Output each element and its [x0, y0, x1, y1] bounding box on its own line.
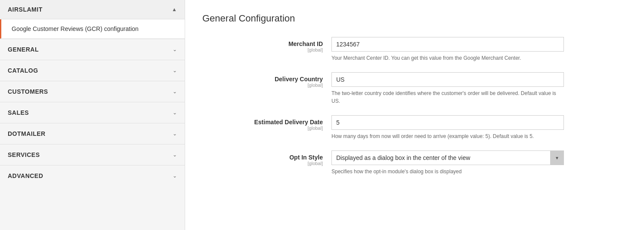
sidebar: AIRSLAMIT ▲ Google Customer Reviews (GCR…: [0, 0, 185, 230]
sidebar-item-label-catalog: CATALOG: [8, 67, 38, 74]
field-help-delivery-country: The two-letter country code identifies w…: [331, 89, 564, 105]
form-row-delivery-country: Delivery Country [global] The two-letter…: [202, 72, 624, 105]
sidebar-item-advanced[interactable]: ADVANCED ⌄: [0, 165, 185, 186]
field-input-col-delivery-country: The two-letter country code identifies w…: [331, 72, 624, 105]
chevron-down-icon: ⌄: [173, 110, 177, 116]
field-label-col-estimated-delivery-date: Estimated Delivery Date [global]: [202, 115, 331, 131]
select-wrapper-opt-in-style: Displayed as a dialog box in the center …: [331, 150, 564, 165]
main-content: General Configuration Merchant ID [globa…: [185, 0, 644, 230]
sidebar-item-dotmailer[interactable]: DOTMAILER ⌄: [0, 123, 185, 144]
field-input-delivery-country[interactable]: [331, 72, 564, 87]
chevron-down-icon: ⌄: [173, 173, 177, 179]
field-input-col-merchant-id: Your Merchant Center ID. You can get thi…: [331, 37, 624, 62]
sidebar-item-sales[interactable]: SALES ⌄: [0, 102, 185, 123]
sidebar-active-item[interactable]: Google Customer Reviews (GCR) configurat…: [0, 19, 185, 39]
form-row-merchant-id: Merchant ID [global] Your Merchant Cente…: [202, 37, 624, 62]
field-label-estimated-delivery-date: Estimated Delivery Date: [202, 119, 323, 126]
sidebar-item-label-general: GENERAL: [8, 46, 39, 53]
field-label-merchant-id: Merchant ID: [202, 40, 323, 47]
field-label-col-opt-in-style: Opt In Style [global]: [202, 150, 331, 166]
field-scope-opt-in-style: [global]: [202, 161, 323, 166]
page-title: General Configuration: [202, 13, 627, 24]
sidebar-item-services[interactable]: SERVICES ⌄: [0, 144, 185, 165]
sidebar-item-label-sales: SALES: [8, 109, 29, 116]
sidebar-item-catalog[interactable]: CATALOG ⌄: [0, 60, 185, 81]
sidebar-item-general[interactable]: GENERAL ⌄: [0, 39, 185, 60]
field-input-col-estimated-delivery-date: How many days from now will order need t…: [331, 115, 624, 140]
chevron-down-icon: ⌄: [173, 67, 177, 74]
sidebar-item-label-advanced: ADVANCED: [8, 172, 43, 179]
chevron-down-icon: ⌄: [173, 152, 177, 158]
sidebar-item-label-dotmailer: DOTMAILER: [8, 130, 46, 137]
sidebar-title: AIRSLAMIT: [8, 6, 43, 13]
sidebar-nav: GENERAL ⌄ CATALOG ⌄ CUSTOMERS ⌄ SALES ⌄ …: [0, 39, 185, 186]
field-scope-estimated-delivery-date: [global]: [202, 126, 323, 131]
sidebar-header[interactable]: AIRSLAMIT ▲: [0, 0, 185, 19]
form-row-opt-in-style: Opt In Style [global] Displayed as a dia…: [202, 150, 624, 175]
form-section: Merchant ID [global] Your Merchant Cente…: [202, 37, 624, 175]
field-input-estimated-delivery-date[interactable]: [331, 115, 564, 130]
field-label-col-delivery-country: Delivery Country [global]: [202, 72, 331, 88]
field-input-col-opt-in-style: Displayed as a dialog box in the center …: [331, 150, 624, 175]
form-row-estimated-delivery-date: Estimated Delivery Date [global] How man…: [202, 115, 624, 140]
field-input-merchant-id[interactable]: [331, 37, 564, 52]
chevron-down-icon: ⌄: [173, 89, 177, 95]
field-help-estimated-delivery-date: How many days from now will order need t…: [331, 132, 564, 140]
field-label-delivery-country: Delivery Country: [202, 76, 323, 83]
sidebar-item-label-services: SERVICES: [8, 151, 40, 158]
field-scope-delivery-country: [global]: [202, 83, 323, 88]
field-select-opt-in-style[interactable]: Displayed as a dialog box in the center …: [331, 150, 564, 165]
field-help-merchant-id: Your Merchant Center ID. You can get thi…: [331, 54, 564, 62]
chevron-down-icon: ⌄: [173, 131, 177, 137]
chevron-up-icon: ▲: [172, 6, 177, 12]
field-help-opt-in-style: Specifies how the opt-in module's dialog…: [331, 168, 564, 175]
chevron-down-icon: ⌄: [173, 46, 177, 52]
sidebar-item-customers[interactable]: CUSTOMERS ⌄: [0, 81, 185, 102]
field-label-col-merchant-id: Merchant ID [global]: [202, 37, 331, 52]
sidebar-item-label-customers: CUSTOMERS: [8, 88, 48, 95]
field-label-opt-in-style: Opt In Style: [202, 154, 323, 161]
field-scope-merchant-id: [global]: [202, 47, 323, 52]
